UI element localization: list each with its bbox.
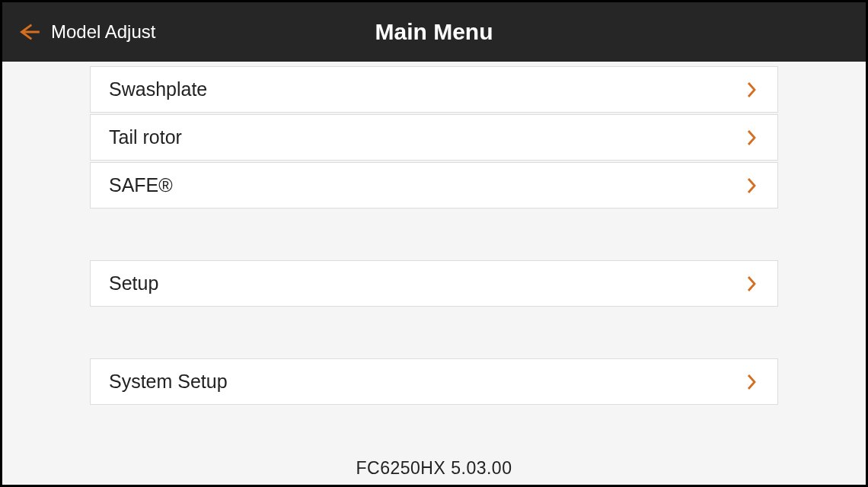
chevron-right-icon xyxy=(744,130,759,145)
chevron-right-icon xyxy=(744,82,759,97)
menu-label: SAFE® xyxy=(109,174,173,196)
chevron-right-icon xyxy=(744,178,759,193)
back-button[interactable]: Model Adjust xyxy=(18,20,155,44)
menu-item-safe[interactable]: SAFE® xyxy=(90,162,778,208)
menu-item-swashplate[interactable]: Swashplate xyxy=(90,66,778,113)
back-arrow-icon xyxy=(18,20,42,44)
page-title: Main Menu xyxy=(375,19,493,45)
back-label: Model Adjust xyxy=(51,21,155,43)
spacer xyxy=(90,307,778,357)
spacer xyxy=(90,208,778,259)
menu-item-setup[interactable]: Setup xyxy=(90,260,778,307)
menu-label: System Setup xyxy=(109,371,228,393)
menu-label: Setup xyxy=(109,272,158,294)
menu-item-system-setup[interactable]: System Setup xyxy=(90,358,778,405)
header: Model Adjust Main Menu xyxy=(2,2,866,62)
version-label: FC6250HX 5.03.00 xyxy=(356,458,512,479)
chevron-right-icon xyxy=(744,276,759,291)
menu-item-tail-rotor[interactable]: Tail rotor xyxy=(90,114,778,161)
content-area: Swashplate Tail rotor SAFE® Setup xyxy=(2,62,866,485)
chevron-right-icon xyxy=(744,374,759,390)
menu-label: Swashplate xyxy=(109,78,207,100)
menu-label: Tail rotor xyxy=(109,126,182,148)
